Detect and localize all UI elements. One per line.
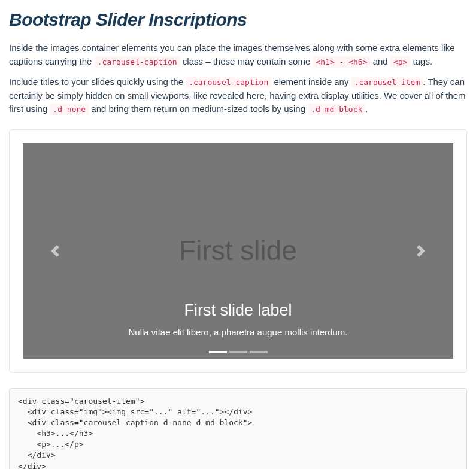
code-example: <div class="carousel-item"> <div class="…	[9, 388, 467, 470]
carousel-indicators	[23, 351, 453, 353]
text: element inside any	[271, 77, 351, 87]
carousel-indicator-3[interactable]	[250, 351, 268, 353]
caption-title: First slide label	[87, 298, 389, 323]
carousel-prev-button[interactable]	[23, 143, 87, 359]
carousel-demo-card: First slide First slide label Nulla vita…	[9, 129, 467, 373]
carousel-indicator-1[interactable]	[209, 351, 227, 353]
chevron-left-icon	[49, 245, 61, 257]
caption-text: Nulla vitae elit libero, a pharetra augu…	[87, 326, 389, 340]
text: Include titles to your slides quickly us…	[9, 77, 186, 87]
carousel: First slide First slide label Nulla vita…	[23, 143, 453, 359]
carousel-indicator-2[interactable]	[229, 351, 247, 353]
chevron-right-icon	[415, 245, 427, 257]
text: and bring them return on medium-sized to…	[89, 104, 308, 114]
page-title: Bootstrap Slider Inscriptions	[9, 6, 467, 33]
intro-paragraph-2: Include titles to your slides quickly us…	[9, 75, 467, 116]
code-carousel-caption: .carousel-caption	[95, 56, 180, 68]
code-carousel-item: .carousel-item	[351, 77, 423, 88]
text: tags.	[410, 56, 432, 66]
carousel-next-button[interactable]	[389, 143, 453, 359]
text: .	[365, 104, 368, 114]
carousel-caption: First slide label Nulla vitae elit liber…	[87, 298, 389, 340]
code-p-tag: <p>	[390, 56, 410, 68]
code-carousel-caption: .carousel-caption	[186, 77, 271, 88]
text: class – these may contain some	[180, 56, 313, 66]
text: and	[371, 56, 390, 66]
intro-paragraph-1: Inside the images container elements you…	[9, 41, 467, 68]
code-h1-h6: <h1> - <h6>	[313, 56, 370, 68]
code-d-md-block: .d-md-block	[308, 104, 365, 115]
code-d-none: .d-none	[50, 104, 89, 115]
